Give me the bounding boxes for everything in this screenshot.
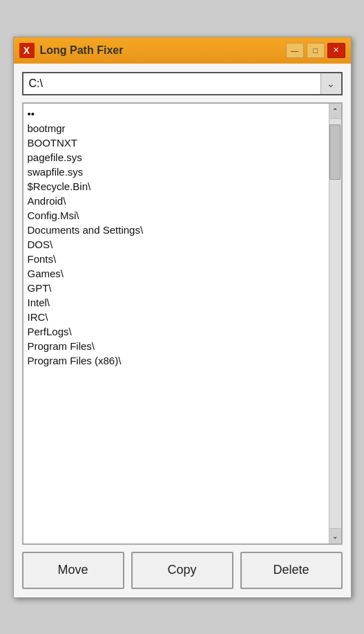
list-item[interactable]: Android\ <box>28 194 325 208</box>
list-item[interactable]: Program Files (x86)\ <box>28 353 325 368</box>
copy-button[interactable]: Copy <box>131 552 233 589</box>
delete-button[interactable]: Delete <box>240 552 343 589</box>
list-item[interactable]: Intel\ <box>28 295 325 310</box>
list-item[interactable]: DOS\ <box>28 237 325 252</box>
list-item[interactable]: $Recycle.Bin\ <box>28 179 325 194</box>
list-item[interactable]: Config.Msi\ <box>28 208 325 223</box>
main-window: X Long Path Fixer — □ ✕ ⌄ ••bootmgrBOOTN… <box>13 37 352 598</box>
move-button[interactable]: Move <box>22 552 124 589</box>
list-item[interactable]: IRC\ <box>28 310 325 324</box>
window-body: ⌄ ••bootmgrBOOTNXTpagefile.sysswapfile.s… <box>14 64 351 597</box>
list-item[interactable]: Games\ <box>28 266 325 281</box>
path-row: ⌄ <box>22 72 343 95</box>
file-list: ••bootmgrBOOTNXTpagefile.sysswapfile.sys… <box>23 104 329 543</box>
list-item[interactable]: Program Files\ <box>28 339 325 353</box>
app-icon: X <box>19 43 35 58</box>
scrollbar-thumb[interactable] <box>329 124 341 180</box>
list-item[interactable]: PerfLogs\ <box>28 324 325 339</box>
path-input[interactable] <box>23 75 320 93</box>
window-title: Long Path Fixer <box>40 44 280 57</box>
window-controls: — □ ✕ <box>286 43 345 58</box>
list-item[interactable]: Documents and Settings\ <box>28 223 325 237</box>
scrollbar: ⌃ ⌄ <box>329 104 341 543</box>
button-row: Move Copy Delete <box>22 552 343 589</box>
path-dropdown-button[interactable]: ⌄ <box>320 73 341 94</box>
title-bar: X Long Path Fixer — □ ✕ <box>14 37 351 64</box>
list-item[interactable]: •• <box>28 106 325 121</box>
close-button[interactable]: ✕ <box>327 43 345 58</box>
file-list-container: ••bootmgrBOOTNXTpagefile.sysswapfile.sys… <box>22 102 343 545</box>
list-item[interactable]: GPT\ <box>28 281 325 295</box>
maximize-button[interactable]: □ <box>307 43 325 58</box>
list-item[interactable]: BOOTNXT <box>28 136 325 150</box>
list-item[interactable]: Fonts\ <box>28 252 325 266</box>
list-item[interactable]: bootmgr <box>28 121 325 136</box>
minimize-button[interactable]: — <box>286 43 304 58</box>
scroll-up-button[interactable]: ⌃ <box>329 104 341 119</box>
scroll-down-button[interactable]: ⌄ <box>329 528 341 543</box>
list-item[interactable]: swapfile.sys <box>28 165 325 179</box>
list-item[interactable]: pagefile.sys <box>28 150 325 165</box>
